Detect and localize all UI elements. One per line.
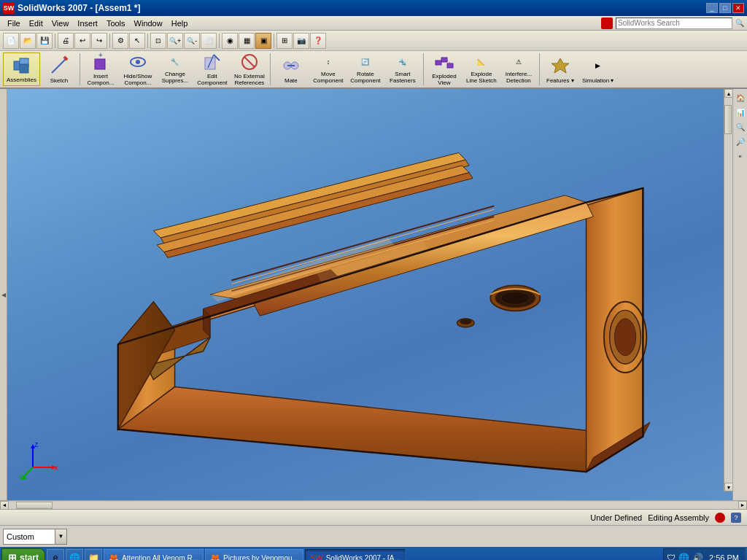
zoom-btn[interactable]: 🔎 bbox=[735, 136, 746, 147]
no-external-btn[interactable]: No ExternalReferences bbox=[231, 52, 268, 86]
menu-insert[interactable]: Insert bbox=[73, 18, 102, 29]
scroll-left-btn[interactable]: ◄ bbox=[0, 501, 9, 510]
edit-component-btn[interactable]: EditComponent bbox=[194, 52, 231, 86]
zoom-to-fit-btn[interactable]: ⊡ bbox=[150, 33, 166, 49]
view-orient-btn[interactable]: ◉ bbox=[222, 33, 238, 49]
save-btn[interactable]: 💾 bbox=[36, 33, 53, 49]
title-bar: SW SolidWorks 2007 - [Assem1 *] _ □ ✕ bbox=[0, 0, 747, 16]
section-view-btn[interactable]: ⊞ bbox=[276, 33, 293, 49]
svg-rect-5 bbox=[95, 59, 105, 69]
select-btn[interactable]: ↖ bbox=[129, 33, 145, 49]
svg-line-21 bbox=[447, 60, 450, 63]
vertical-scrollbar[interactable]: ▲ ▼ bbox=[724, 89, 732, 491]
redo-btn[interactable]: ↪ bbox=[91, 33, 107, 49]
open-btn[interactable]: 📂 bbox=[20, 33, 36, 49]
maximize-btn[interactable]: □ bbox=[719, 3, 731, 13]
assemblies-btn[interactable]: Assemblies bbox=[3, 52, 40, 86]
display-btn[interactable]: ▦ bbox=[239, 33, 255, 49]
chart-btn[interactable]: 📊 bbox=[735, 106, 746, 118]
start-button[interactable]: ⊞ start bbox=[1, 548, 45, 560]
svg-line-13 bbox=[244, 57, 255, 67]
change-suppress-label: ChangeSuppres... bbox=[162, 71, 188, 85]
rotate-component-btn[interactable]: 🔄 RotateComponent bbox=[347, 52, 384, 86]
search-input[interactable] bbox=[616, 18, 732, 29]
sep-t2 bbox=[270, 53, 271, 85]
menu-tools[interactable]: Tools bbox=[102, 18, 130, 29]
zoom-out-btn[interactable]: 🔍- bbox=[184, 33, 200, 49]
exploded-view-label: ExplodedView bbox=[432, 74, 456, 87]
taskbar-attention-tab[interactable]: 🦊 Attention All Venom R... bbox=[104, 549, 204, 560]
view-dropdown[interactable]: Custom ▼ bbox=[3, 529, 67, 545]
features-btn[interactable]: Features ▾ bbox=[542, 52, 578, 86]
sep-t1 bbox=[80, 53, 80, 85]
interference-btn[interactable]: ⚠ Interfere...Detection bbox=[500, 52, 537, 86]
assemblies-label: Assemblies bbox=[7, 77, 36, 84]
menu-edit[interactable]: Edit bbox=[25, 18, 47, 29]
svg-line-3 bbox=[52, 58, 66, 73]
viewport[interactable]: Z X Y ▲ ▼ bbox=[7, 89, 732, 500]
no-external-icon bbox=[238, 52, 261, 72]
menu-window[interactable]: Window bbox=[130, 18, 167, 29]
horizontal-scrollbar[interactable]: ◄ ► bbox=[0, 500, 747, 509]
menu-view[interactable]: View bbox=[47, 18, 74, 29]
simulation-icon: ▶ bbox=[587, 54, 610, 77]
scroll-up-btn[interactable]: ▲ bbox=[724, 89, 732, 98]
smart-fasteners-btn[interactable]: 🔩 SmartFasteners bbox=[384, 52, 421, 86]
taskbar-solidworks-tab[interactable]: SW SolidWorks 2007 - [A... bbox=[305, 549, 406, 560]
svg-point-8 bbox=[136, 60, 140, 64]
exploded-view-btn[interactable]: ExplodedView bbox=[426, 52, 462, 86]
shaded-btn[interactable]: ▣ bbox=[255, 33, 271, 49]
status-bar: Under Defined Editing Assembly ? bbox=[0, 509, 747, 525]
no-external-label: No ExternalReferences bbox=[234, 74, 265, 87]
h-scroll-thumb[interactable] bbox=[16, 502, 53, 509]
search-zoom-btn[interactable]: 🔍 bbox=[735, 121, 746, 133]
title-controls[interactable]: _ □ ✕ bbox=[706, 3, 744, 13]
help-btn[interactable]: ❓ bbox=[310, 33, 326, 49]
sw-taskbar-icon: SW bbox=[310, 553, 323, 560]
quick-launch-3[interactable]: 📁 bbox=[85, 549, 102, 560]
svg-text:Z: Z bbox=[34, 441, 39, 448]
mate-btn[interactable]: Mate bbox=[273, 52, 309, 86]
taskbar: ⊞ start e 🌐 📁 🦊 Attention All Venom R...… bbox=[0, 547, 747, 560]
rebuild-btn[interactable]: ⚙ bbox=[112, 33, 128, 49]
simulation-btn[interactable]: ▶ Simulation ▾ bbox=[579, 52, 617, 86]
left-panel-collapse[interactable]: ◀ bbox=[0, 89, 7, 500]
minimize-btn[interactable]: _ bbox=[706, 3, 718, 13]
close-btn[interactable]: ✕ bbox=[732, 3, 744, 13]
sketch-btn[interactable]: Sketch bbox=[41, 52, 77, 86]
custom-dropdown-arrow[interactable]: ▼ bbox=[55, 529, 66, 544]
hide-show-btn[interactable]: Hide/ShowCompon... bbox=[120, 52, 156, 86]
undo-btn[interactable]: ↩ bbox=[74, 33, 90, 49]
print-btn[interactable]: 🖨 bbox=[58, 33, 74, 49]
move-component-icon: ↕ bbox=[317, 54, 340, 70]
sketch-icon bbox=[47, 54, 71, 77]
v-scroll-track bbox=[724, 98, 732, 483]
explode-line-btn[interactable]: 📐 ExplodeLine Sketch bbox=[463, 52, 500, 86]
insert-component-btn[interactable]: + InsertCompon... bbox=[82, 52, 119, 86]
scroll-right-btn[interactable]: ► bbox=[738, 501, 747, 510]
quick-launch-2[interactable]: 🌐 bbox=[66, 549, 83, 560]
v-scroll-thumb[interactable] bbox=[724, 105, 732, 134]
under-defined-status: Under Defined bbox=[590, 513, 642, 522]
zoom-in-btn[interactable]: 🔍+ bbox=[167, 33, 183, 49]
menu-help[interactable]: Help bbox=[167, 18, 193, 29]
camera-btn[interactable]: 📷 bbox=[293, 33, 309, 49]
change-suppress-btn[interactable]: 🔧 ChangeSuppres... bbox=[157, 52, 193, 86]
menu-file[interactable]: File bbox=[3, 18, 25, 29]
move-component-btn[interactable]: ↕ MoveComponent bbox=[310, 52, 347, 86]
edit-component-label: EditComponent bbox=[197, 74, 227, 87]
3d-model bbox=[7, 89, 732, 500]
taskbar-pictures-tab[interactable]: 🦊 Pictures by Venomou... bbox=[205, 549, 303, 560]
clock: 2:56 PM bbox=[706, 553, 742, 560]
quick-launch-1[interactable]: e bbox=[47, 549, 64, 560]
scroll-down-btn[interactable]: ▼ bbox=[724, 483, 732, 491]
collapse-btn[interactable]: « bbox=[735, 150, 746, 162]
insert-component-icon: + bbox=[89, 52, 112, 72]
svg-marker-22 bbox=[551, 58, 569, 73]
status-icon2[interactable]: ? bbox=[731, 513, 741, 523]
title-bar-left: SW SolidWorks 2007 - [Assem1 *] bbox=[3, 2, 141, 14]
search-icon[interactable]: 🔍 bbox=[735, 19, 744, 27]
zoom-area-btn[interactable]: ⬜ bbox=[201, 33, 217, 49]
new-btn[interactable]: 📄 bbox=[3, 33, 19, 49]
home-btn[interactable]: 🏠 bbox=[735, 92, 746, 104]
